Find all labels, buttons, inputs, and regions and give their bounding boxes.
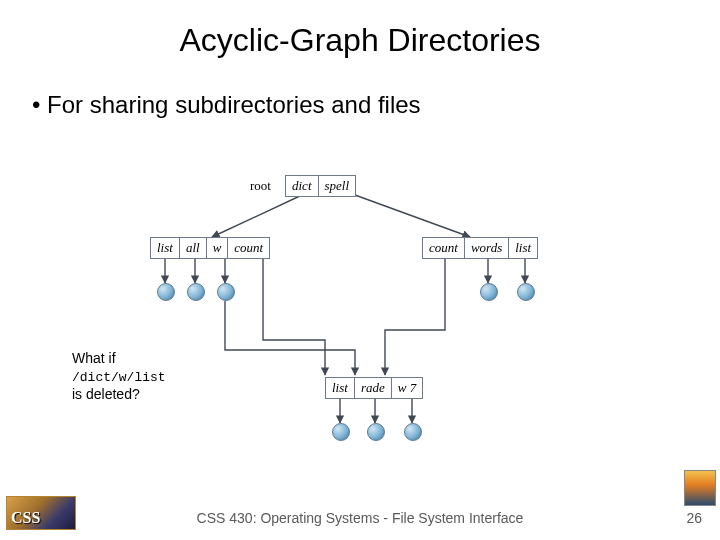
svg-line-1 [355, 195, 470, 237]
leaf-icon [332, 423, 350, 441]
cell-list3: list [326, 378, 355, 398]
bottom-box: list rade w 7 [325, 377, 423, 399]
directory-diagram: root dict spell list all w count count w… [150, 175, 580, 455]
callout-path: /dict/w/list [72, 370, 166, 385]
callout-question: What if /dict/w/list is deleted? [72, 350, 166, 403]
cell-spell: spell [319, 176, 356, 196]
bullet-line: For sharing subdirectories and files [32, 91, 720, 119]
slide-title: Acyclic-Graph Directories [0, 22, 720, 59]
leaf-icon [404, 423, 422, 441]
cell-dict: dict [286, 176, 319, 196]
page-number: 26 [686, 510, 702, 526]
cell-words: words [465, 238, 509, 258]
cell-w: w [207, 238, 229, 258]
cell-list2: list [509, 238, 537, 258]
callout-line1: What if [72, 350, 116, 366]
root-label: root [250, 178, 271, 194]
svg-line-0 [212, 195, 302, 237]
graph-edges [150, 175, 580, 455]
leaf-icon [187, 283, 205, 301]
cell-list: list [151, 238, 180, 258]
leaf-icon [517, 283, 535, 301]
leaf-icon [367, 423, 385, 441]
top-dir-box: dict spell [285, 175, 356, 197]
leaf-icon [217, 283, 235, 301]
mid-right-box: count words list [422, 237, 538, 259]
cell-w7: w 7 [392, 378, 422, 398]
callout-line3: is deleted? [72, 386, 140, 402]
mid-left-box: list all w count [150, 237, 270, 259]
leaf-icon [157, 283, 175, 301]
leaf-icon [480, 283, 498, 301]
cell-count: count [228, 238, 269, 258]
book-icon [684, 470, 716, 506]
footer-text: CSS 430: Operating Systems - File System… [0, 510, 720, 526]
cell-count2: count [423, 238, 465, 258]
cell-all: all [180, 238, 207, 258]
cell-rade: rade [355, 378, 392, 398]
